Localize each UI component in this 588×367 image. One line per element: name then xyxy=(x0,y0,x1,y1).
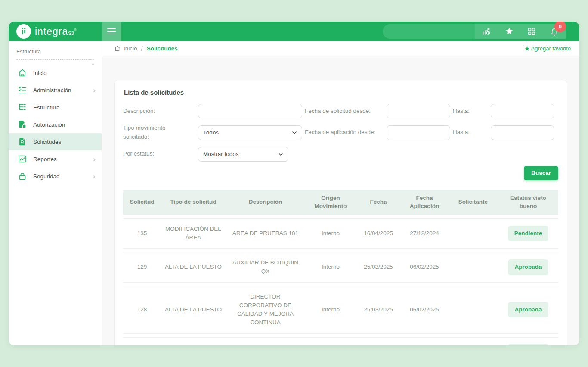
lock-icon xyxy=(18,171,27,181)
doc-search-icon xyxy=(18,137,27,146)
add-favorite-button[interactable]: ★ Agregar favorito xyxy=(524,45,571,52)
add-favorite-label: Agregar favorito xyxy=(531,45,571,52)
chevron-down-icon xyxy=(278,152,283,157)
sidebar-item-estructura[interactable]: Estructura › xyxy=(9,99,102,116)
stats-icon[interactable] xyxy=(482,27,491,36)
menu-hamburger-button[interactable] xyxy=(102,22,121,41)
top-header-bar: integraS3® 0 xyxy=(9,22,579,41)
cell-solicitud: 127 xyxy=(123,337,161,345)
notification-count-badge: 0 xyxy=(554,22,566,32)
header-actions: 0 xyxy=(383,22,566,41)
breadcrumb-home-link[interactable]: Inicio xyxy=(114,45,137,52)
column-header: Tipo de solicitud xyxy=(161,190,226,215)
chevron-right-icon: › xyxy=(93,173,96,180)
fecha-solicitud-desde-input[interactable] xyxy=(387,104,450,118)
cell-estatus: Aprobada xyxy=(498,337,558,345)
cell-descripcion: DIRECTOR CORPORATIVO DE CALIDAD Y MEJORA… xyxy=(226,286,305,334)
cell-estatus: Aprobada xyxy=(498,252,558,283)
sidebar-scroll-caret: ▲ xyxy=(91,62,95,66)
solicitudes-table-wrap: SolicitudTipo de solicitudDescripciónOri… xyxy=(123,187,558,345)
tipo-movimiento-select[interactable]: Todos xyxy=(198,125,302,140)
tipo-movimiento-label: Tipo movimiento solicitado: xyxy=(123,124,195,142)
home-icon xyxy=(114,45,121,52)
cell-solicitante xyxy=(448,218,498,249)
cell-estatus: Aprobada xyxy=(498,286,558,334)
cell-fecha_aplicacion: 06/02/2025 xyxy=(401,286,448,334)
chevron-right-icon: › xyxy=(93,87,96,94)
sidebar-item-label: Seguridad xyxy=(33,173,60,180)
apps-grid-icon[interactable] xyxy=(527,27,536,36)
cell-fecha: 16/04/2025 xyxy=(356,218,401,249)
table-body: 135MODIFICACIÓN DEL ÁREAAREA DE PRUEBAS … xyxy=(123,218,558,345)
sidebar-item-inicio[interactable]: Inicio › xyxy=(9,64,102,81)
cell-solicitante xyxy=(448,252,498,283)
cell-descripcion: AUXILIAR DE BOTIQUIN QX xyxy=(226,252,305,283)
column-header: Origen Movimiento xyxy=(305,190,356,215)
cell-origen: Interno xyxy=(305,218,356,249)
column-header: Solicitante xyxy=(448,190,498,215)
descripcion-input[interactable] xyxy=(198,104,302,118)
tree-icon xyxy=(18,103,27,112)
home-icon xyxy=(18,68,27,78)
notifications-bell-icon[interactable]: 0 xyxy=(550,27,559,36)
fecha-aplicacion-hasta-input[interactable] xyxy=(491,125,554,140)
sidebar-item-reportes[interactable]: Reportes › xyxy=(9,150,102,168)
header-search-pill[interactable] xyxy=(383,24,475,39)
por-estatus-select[interactable]: Mostrar todos xyxy=(198,147,288,162)
app-window: integraS3® 0 xyxy=(9,22,579,345)
cell-descripcion: AREA DE PRUEBAS 101 xyxy=(226,218,305,249)
sidebar-item-label: Reportes xyxy=(33,156,57,162)
table-row[interactable]: 135MODIFICACIÓN DEL ÁREAAREA DE PRUEBAS … xyxy=(123,218,558,249)
sidebar-item-seguridad[interactable]: Seguridad › xyxy=(9,168,102,185)
filters-form: Descripción: Fecha de solicitud desde: H… xyxy=(123,104,558,162)
buscar-button[interactable]: Buscar xyxy=(524,166,558,180)
cell-fecha_aplicacion: 27/12/2024 xyxy=(401,337,448,345)
sidebar-item-label: Solicitudes xyxy=(33,139,61,145)
cell-tipo: ALTA DEL ÁREA xyxy=(161,337,226,345)
cell-solicitante xyxy=(448,286,498,334)
sidebar-item-label: Inicio xyxy=(33,70,47,76)
column-header: Descripción xyxy=(226,190,305,215)
status-badge: Aprobada xyxy=(508,302,548,317)
column-header: Fecha Aplicación xyxy=(401,190,448,215)
cell-estatus: Pendiente xyxy=(498,218,558,249)
table-row[interactable]: 127ALTA DEL ÁREALEAN ORGANIZATIONInterno… xyxy=(123,337,558,345)
cell-solicitud: 129 xyxy=(123,252,161,283)
fecha-solicitud-hasta-input[interactable] xyxy=(491,104,554,118)
chevron-down-icon xyxy=(292,130,297,135)
sidebar-section: Estructura ▲ xyxy=(9,41,102,60)
chart-icon xyxy=(18,154,27,164)
por-estatus-value: Mostrar todos xyxy=(203,151,239,157)
cell-tipo: ALTA DE LA PUESTO xyxy=(161,286,226,334)
fecha-aplicacion-desde-input[interactable] xyxy=(387,125,450,140)
cell-origen: Interno xyxy=(305,286,356,334)
status-badge: Pendiente xyxy=(508,226,549,241)
solicitudes-card: Lista de solicitudes Descripción: Fecha … xyxy=(114,80,567,345)
breadcrumb-home-label: Inicio xyxy=(124,45,137,52)
sidebar-item-solicitudes[interactable]: Solicitudes › xyxy=(9,133,102,150)
card-title: Lista de solicitudes xyxy=(123,89,558,96)
table-row[interactable]: 128ALTA DE LA PUESTODIRECTOR CORPORATIVO… xyxy=(123,286,558,334)
column-header: Fecha xyxy=(356,190,401,215)
cell-tipo: MODIFICACIÓN DEL ÁREA xyxy=(161,218,226,249)
sidebar-divider: ▲ xyxy=(16,59,94,60)
cell-fecha_aplicacion: 27/12/2024 xyxy=(401,218,448,249)
sidebar-item-administracion[interactable]: Administración › xyxy=(9,81,102,99)
checklist-icon xyxy=(18,85,27,95)
cell-fecha: 25/03/2025 xyxy=(356,252,401,283)
sidebar-item-label: Autorización xyxy=(33,121,65,128)
sidebar-item-autorizacion[interactable]: Autorización › xyxy=(9,116,102,133)
table-row[interactable]: 129ALTA DE LA PUESTOAUXILIAR DE BOTIQUIN… xyxy=(123,252,558,283)
breadcrumb-current[interactable]: Solicitudes xyxy=(147,45,178,52)
column-header: Estatus visto bueno xyxy=(498,190,558,215)
cell-solicitante xyxy=(448,337,498,345)
person-logo-icon xyxy=(19,27,28,36)
sidebar-item-label: Administración xyxy=(33,87,71,93)
sidebar: Estructura ▲ Inicio › Administración › E… xyxy=(9,41,102,345)
brand-logo: integraS3® xyxy=(9,24,102,39)
favorites-star-icon[interactable] xyxy=(504,27,514,36)
table-header-row: SolicitudTipo de solicitudDescripciónOri… xyxy=(123,190,558,215)
cell-fecha: 25/03/2025 xyxy=(356,286,401,334)
column-header: Solicitud xyxy=(123,190,161,215)
chevron-right-icon: › xyxy=(93,156,96,163)
